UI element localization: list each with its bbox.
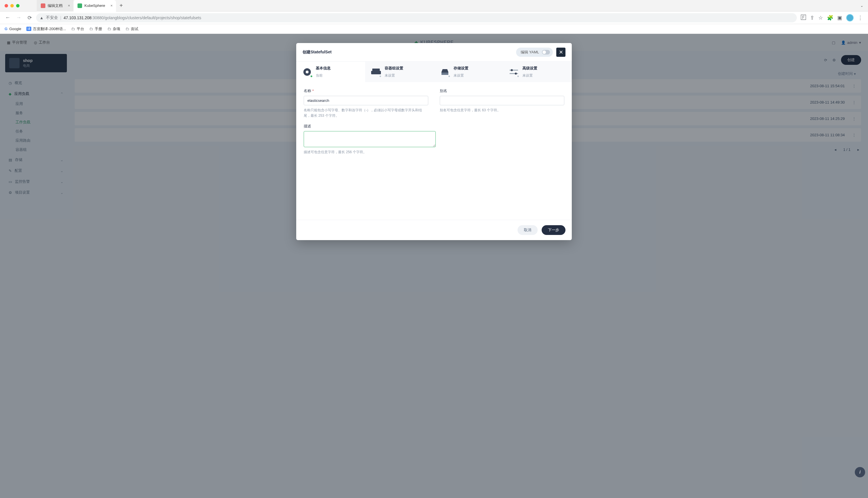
ks-favicon [78,3,82,8]
folder-icon: 🗀 [107,27,111,31]
alias-field-row: 别名 别名可包含任意字符，最长 63 个字符。 [440,88,564,118]
description-hint: 描述可包含任意字符，最长 256 个字符。 [304,149,436,155]
new-tab-button[interactable]: + [119,2,123,9]
close-tab-icon[interactable]: × [68,3,70,8]
modal-footer: 取消 下一步 [296,220,572,240]
star-icon[interactable]: ☆ [818,15,823,21]
close-modal-button[interactable]: ✕ [556,48,566,57]
extensions-icon[interactable]: 🧩 [827,15,833,21]
browser-tab-kubesphere[interactable]: KubeSphere × [74,0,116,12]
basic-info-form: 名称* 名称只能包含小写字母、数字和连字符（-），必须以小写字母或数字开头和结尾… [296,82,572,163]
svg-point-6 [511,69,513,71]
traffic-lights [4,4,20,8]
kubesphere-app: ▦平台管理 ◎工作台 ◆KUBESPHERE ▢ 👤admin ▾ shop 电… [0,34,868,498]
modal-header: 创建StatefulSet 编辑 YAML ✕ [296,43,572,62]
name-field-row: 名称* 名称只能包含小写字母、数字和连字符（-），必须以小写字母或数字开头和结尾… [304,88,428,118]
description-field-row: 描述 描述可包含任意字符，最长 256 个字符。 [304,123,436,155]
next-button[interactable]: 下一步 [542,225,566,235]
bookmark-baidu-translate[interactable]: 译百度翻译-200种语... [26,26,66,31]
step-storage-settings[interactable]: 存储设置未设置 [434,62,503,82]
bookmark-folder-platform[interactable]: 🗀平台 [71,26,84,31]
step-advanced-settings[interactable]: 高级设置未设置 [503,62,572,82]
macos-titlebar: 编辑文档 × KubeSphere × + ⌄ [0,0,868,12]
bookmark-folder-misc[interactable]: 🗀杂项 [107,26,120,31]
help-fab[interactable]: i [855,467,865,477]
alias-input[interactable] [440,96,564,105]
tab-label: 编辑文档 [48,3,63,8]
svg-rect-4 [441,73,448,75]
edit-yaml-toggle[interactable]: 编辑 YAML [516,48,553,57]
folder-icon: 🗀 [126,27,129,31]
container-icon [371,67,381,77]
alias-label: 别名 [440,88,564,93]
bookmarks-bar: GGoogle 译百度翻译-200种语... 🗀平台 🗀手册 🗀杂项 🗀面试 [0,24,868,34]
modal-title: 创建StatefulSet [302,50,332,55]
storage-icon [440,67,450,77]
step-pod-settings[interactable]: 容器组设置未设置 [365,62,434,82]
bookmark-folder-interview[interactable]: 🗀面试 [126,26,138,31]
reload-button[interactable]: ⟳ [25,15,34,21]
profile-avatar[interactable] [846,14,854,22]
create-statefulset-modal: 创建StatefulSet 编辑 YAML ✕ 基本信息当前 容器组设置未设置 … [296,43,572,240]
svg-point-1 [306,70,309,74]
browser-tab-doc[interactable]: 编辑文档 × [37,0,74,12]
alias-hint: 别名可包含任意字符，最长 63 个字符。 [440,108,564,113]
info-icon: i [859,470,860,475]
minimize-window-dot[interactable] [10,4,14,8]
address-bar[interactable]: ▲ 不安全 | 47.103.131.208:30880/golangblogs… [36,13,797,22]
bookmark-google[interactable]: GGoogle [4,27,21,31]
close-tab-icon[interactable]: × [111,3,113,8]
cancel-button[interactable]: 取消 [518,225,537,235]
tab-overflow-icon[interactable]: ⌄ [860,3,864,8]
folder-icon: 🗀 [89,27,93,31]
doc-favicon [41,3,46,8]
insecure-icon: ▲ [40,15,44,20]
close-icon: ✕ [559,49,563,55]
close-window-dot[interactable] [4,4,8,8]
zoom-window-dot[interactable] [16,4,20,8]
svg-rect-3 [372,68,380,71]
browser-toolbar: ← → ⟳ ▲ 不安全 | 47.103.131.208:30880/golan… [0,12,868,24]
sliders-icon [509,67,519,77]
kebab-icon[interactable]: ⋮ [858,15,863,21]
bookmark-folder-manual[interactable]: 🗀手册 [89,26,102,31]
security-label: 不安全 [46,15,58,21]
panel-icon[interactable]: ▣ [837,15,842,21]
step-basic-info[interactable]: 基本信息当前 [296,62,365,82]
folder-icon: 🗀 [71,27,75,31]
name-hint: 名称只能包含小写字母、数字和连字符（-），必须以小写字母或数字开头和结尾，最长 … [304,108,428,118]
wizard-steps: 基本信息当前 容器组设置未设置 存储设置未设置 高级设置未设置 [296,62,572,82]
url-text: 47.103.131.208:30880/golangblogs/cluster… [64,15,201,20]
toolbar-right-icons: 🄵 ⇪ ☆ 🧩 ▣ ⋮ [799,14,865,22]
description-label: 描述 [304,123,436,129]
disc-icon [302,67,312,77]
description-textarea[interactable] [304,131,436,147]
name-label: 名称* [304,88,428,93]
share-icon[interactable]: ⇪ [810,15,814,21]
switch-icon [542,50,550,54]
back-button[interactable]: ← [3,15,12,21]
name-input[interactable] [304,96,428,105]
forward-button[interactable]: → [14,15,23,21]
svg-point-8 [515,73,517,75]
translate-icon[interactable]: 🄵 [801,15,806,21]
tab-label: KubeSphere [85,3,105,8]
